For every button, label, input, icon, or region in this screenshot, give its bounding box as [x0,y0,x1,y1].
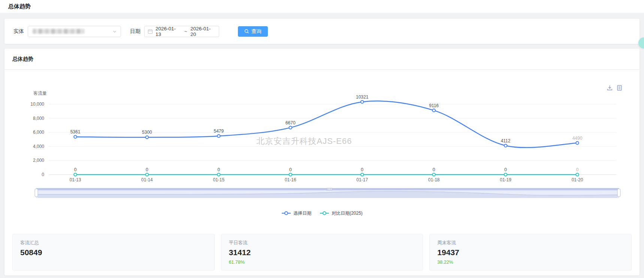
y-tick-label: 2,000 [33,158,44,163]
summary-cards: 客流汇总 50849 平日客流 31412 61.78% 周末客流 19437 … [4,234,640,271]
chevron-down-icon [112,29,117,34]
data-label: 5479 [214,129,224,134]
data-point[interactable] [289,173,292,176]
download-icon[interactable] [607,85,613,91]
date-label: 日期 [130,28,140,35]
x-tick-label: 01-14 [141,177,153,182]
data-point[interactable] [74,173,77,176]
data-label: 5361 [70,129,81,135]
date-range-separator: ~ [184,28,187,34]
entity-select-value-redacted [33,29,84,34]
trend-chart-canvas[interactable]: 02,0004,0006,0008,00010,000客流量01-1301-14… [4,70,637,208]
x-tick-label: 01-17 [356,177,368,182]
entity-label: 实体 [13,28,24,35]
trend-panel: 总体趋势 02,0004,0006,0008,00010,000客流量01-13… [4,49,640,275]
card-percent: 38.22% [437,260,624,265]
card-total-traffic: 客流汇总 50849 [12,234,215,271]
legend-item-1[interactable]: 对比日期(2025) [320,210,363,217]
card-weekday-traffic: 平日客流 31412 61.78% [221,234,423,271]
calendar-icon [148,29,153,34]
x-tick-label: 01-18 [428,177,440,182]
filter-panel: 实体 日期 2026-01-13 ~ 2026-01-20 查询 [4,19,640,44]
date-range-input[interactable]: 2026-01-13 ~ 2026-01-20 [144,26,219,37]
search-button-label: 查询 [251,28,261,35]
watermark: 北京安吉升科技AJS-E66 [257,136,352,146]
data-label: 0 [361,167,363,172]
card-percent: 61.78% [229,260,415,265]
data-label: 4112 [501,138,511,143]
data-label: 0 [433,167,435,172]
data-point[interactable] [576,142,579,145]
y-tick-label: 8,000 [33,116,44,121]
date-end-input[interactable]: 2026-01-20 [190,26,216,37]
legend-item-0[interactable]: 选择日期 [281,210,311,217]
card-value: 31412 [229,248,415,257]
x-tick-label: 01-15 [213,177,225,182]
data-point[interactable] [576,173,579,176]
datazoom-handle-left[interactable] [35,189,38,197]
series-1: 00000000 [74,167,579,176]
x-tick-label: 01-20 [572,177,583,182]
y-tick-label: 4,000 [33,144,44,149]
top-bar: 总体趋势 [0,0,644,13]
data-label: 10321 [356,94,369,100]
data-label: 6670 [285,120,296,126]
entity-select[interactable] [28,26,121,37]
x-tick-label: 01-19 [500,177,511,182]
x-tick-label: 01-16 [285,177,296,182]
panel-title: 总体趋势 [12,56,33,63]
y-axis-name: 客流量 [33,91,47,96]
page-title: 总体趋势 [8,3,31,10]
panel-header: 总体趋势 [4,49,640,70]
data-point[interactable] [146,173,149,176]
data-point[interactable] [361,100,364,103]
data-label: 4490 [572,136,583,141]
data-label: 0 [576,167,579,172]
y-tick-label: 10,000 [30,102,44,107]
data-point[interactable] [146,136,149,139]
data-point[interactable] [361,173,364,176]
card-label: 客流汇总 [20,240,207,246]
chart-toolbar [607,85,623,91]
data-point[interactable] [217,135,220,138]
x-axis-labels: 01-1301-1401-1501-1601-1701-1801-1901-20 [70,177,583,182]
card-value: 50849 [20,248,207,257]
page: { "page": { "title": "总体趋势" }, "filters"… [0,0,644,278]
datazoom-slider[interactable] [35,188,620,198]
data-point[interactable] [432,109,435,112]
data-label: 0 [504,167,507,172]
data-label: 9116 [429,103,439,108]
search-button[interactable]: 查询 [238,26,268,37]
legend-label: 选择日期 [293,210,311,217]
card-label: 平日客流 [229,240,415,246]
data-point[interactable] [74,135,77,138]
card-weekend-traffic: 周末客流 19437 38.22% [429,234,632,271]
data-label: 0 [74,167,77,172]
search-icon [244,29,249,34]
card-label: 周末客流 [437,240,624,246]
card-value: 19437 [437,248,624,257]
legend-marker-icon [320,211,329,215]
data-point[interactable] [504,144,507,147]
data-label: 0 [146,167,148,172]
trend-chart[interactable]: 02,0004,0006,0008,00010,000客流量01-1301-14… [4,70,640,209]
data-point[interactable] [432,173,435,176]
y-tick-label: 0 [42,172,44,177]
data-view-icon[interactable] [616,85,623,91]
data-label: 0 [289,167,292,172]
y-tick-label: 6,000 [33,130,44,135]
data-label: 0 [218,167,220,172]
legend-label: 对比日期(2025) [332,210,363,217]
data-point[interactable] [504,173,507,176]
card-percent [20,260,207,265]
legend-marker-icon [281,211,291,215]
data-label: 5300 [142,130,152,135]
data-point[interactable] [217,173,220,176]
date-start-input[interactable]: 2026-01-13 [155,26,181,37]
data-point[interactable] [289,126,292,129]
datazoom-handle-right[interactable] [617,189,620,197]
x-tick-label: 01-13 [70,177,81,182]
chart-legend: 选择日期对比日期(2025) [4,210,640,217]
